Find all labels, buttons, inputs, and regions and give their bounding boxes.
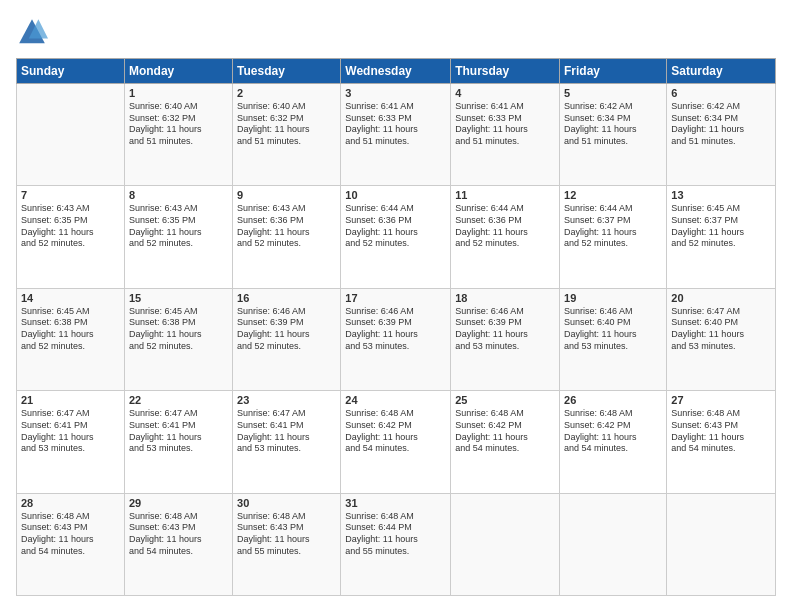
- day-number: 26: [564, 394, 662, 406]
- calendar-cell: 23Sunrise: 6:47 AM Sunset: 6:41 PM Dayli…: [233, 391, 341, 493]
- calendar-cell: 8Sunrise: 6:43 AM Sunset: 6:35 PM Daylig…: [124, 186, 232, 288]
- day-number: 17: [345, 292, 446, 304]
- header-cell-monday: Monday: [124, 59, 232, 84]
- day-info: Sunrise: 6:48 AM Sunset: 6:42 PM Dayligh…: [455, 408, 555, 455]
- day-info: Sunrise: 6:40 AM Sunset: 6:32 PM Dayligh…: [129, 101, 228, 148]
- calendar-cell: 29Sunrise: 6:48 AM Sunset: 6:43 PM Dayli…: [124, 493, 232, 595]
- day-number: 3: [345, 87, 446, 99]
- day-info: Sunrise: 6:48 AM Sunset: 6:44 PM Dayligh…: [345, 511, 446, 558]
- logo-icon: [16, 16, 48, 48]
- day-info: Sunrise: 6:47 AM Sunset: 6:40 PM Dayligh…: [671, 306, 771, 353]
- calendar-cell: 1Sunrise: 6:40 AM Sunset: 6:32 PM Daylig…: [124, 84, 232, 186]
- day-number: 15: [129, 292, 228, 304]
- day-number: 1: [129, 87, 228, 99]
- calendar-cell: 12Sunrise: 6:44 AM Sunset: 6:37 PM Dayli…: [560, 186, 667, 288]
- day-info: Sunrise: 6:40 AM Sunset: 6:32 PM Dayligh…: [237, 101, 336, 148]
- calendar-cell: 22Sunrise: 6:47 AM Sunset: 6:41 PM Dayli…: [124, 391, 232, 493]
- header-cell-saturday: Saturday: [667, 59, 776, 84]
- day-info: Sunrise: 6:43 AM Sunset: 6:35 PM Dayligh…: [21, 203, 120, 250]
- day-info: Sunrise: 6:48 AM Sunset: 6:43 PM Dayligh…: [129, 511, 228, 558]
- calendar-cell: 10Sunrise: 6:44 AM Sunset: 6:36 PM Dayli…: [341, 186, 451, 288]
- calendar-table: SundayMondayTuesdayWednesdayThursdayFrid…: [16, 58, 776, 596]
- day-info: Sunrise: 6:43 AM Sunset: 6:36 PM Dayligh…: [237, 203, 336, 250]
- day-info: Sunrise: 6:47 AM Sunset: 6:41 PM Dayligh…: [237, 408, 336, 455]
- day-number: 27: [671, 394, 771, 406]
- day-number: 4: [455, 87, 555, 99]
- calendar-cell: 21Sunrise: 6:47 AM Sunset: 6:41 PM Dayli…: [17, 391, 125, 493]
- day-number: 10: [345, 189, 446, 201]
- calendar-cell: 4Sunrise: 6:41 AM Sunset: 6:33 PM Daylig…: [451, 84, 560, 186]
- calendar-cell: [451, 493, 560, 595]
- day-number: 12: [564, 189, 662, 201]
- day-number: 13: [671, 189, 771, 201]
- calendar-cell: 2Sunrise: 6:40 AM Sunset: 6:32 PM Daylig…: [233, 84, 341, 186]
- calendar-cell: 19Sunrise: 6:46 AM Sunset: 6:40 PM Dayli…: [560, 288, 667, 390]
- day-info: Sunrise: 6:41 AM Sunset: 6:33 PM Dayligh…: [455, 101, 555, 148]
- day-number: 21: [21, 394, 120, 406]
- calendar-cell: 24Sunrise: 6:48 AM Sunset: 6:42 PM Dayli…: [341, 391, 451, 493]
- header-cell-tuesday: Tuesday: [233, 59, 341, 84]
- day-info: Sunrise: 6:48 AM Sunset: 6:42 PM Dayligh…: [345, 408, 446, 455]
- week-row-4: 28Sunrise: 6:48 AM Sunset: 6:43 PM Dayli…: [17, 493, 776, 595]
- day-info: Sunrise: 6:42 AM Sunset: 6:34 PM Dayligh…: [564, 101, 662, 148]
- day-info: Sunrise: 6:47 AM Sunset: 6:41 PM Dayligh…: [21, 408, 120, 455]
- day-number: 5: [564, 87, 662, 99]
- day-number: 18: [455, 292, 555, 304]
- calendar-cell: 5Sunrise: 6:42 AM Sunset: 6:34 PM Daylig…: [560, 84, 667, 186]
- day-info: Sunrise: 6:44 AM Sunset: 6:36 PM Dayligh…: [345, 203, 446, 250]
- day-number: 24: [345, 394, 446, 406]
- week-row-3: 21Sunrise: 6:47 AM Sunset: 6:41 PM Dayli…: [17, 391, 776, 493]
- day-number: 7: [21, 189, 120, 201]
- day-info: Sunrise: 6:47 AM Sunset: 6:41 PM Dayligh…: [129, 408, 228, 455]
- logo: [16, 16, 52, 48]
- calendar-cell: 20Sunrise: 6:47 AM Sunset: 6:40 PM Dayli…: [667, 288, 776, 390]
- calendar-cell: 30Sunrise: 6:48 AM Sunset: 6:43 PM Dayli…: [233, 493, 341, 595]
- calendar-cell: 31Sunrise: 6:48 AM Sunset: 6:44 PM Dayli…: [341, 493, 451, 595]
- day-number: 31: [345, 497, 446, 509]
- calendar-cell: 16Sunrise: 6:46 AM Sunset: 6:39 PM Dayli…: [233, 288, 341, 390]
- day-number: 28: [21, 497, 120, 509]
- day-info: Sunrise: 6:46 AM Sunset: 6:39 PM Dayligh…: [455, 306, 555, 353]
- day-number: 29: [129, 497, 228, 509]
- day-info: Sunrise: 6:44 AM Sunset: 6:37 PM Dayligh…: [564, 203, 662, 250]
- header-cell-wednesday: Wednesday: [341, 59, 451, 84]
- header-cell-friday: Friday: [560, 59, 667, 84]
- day-number: 14: [21, 292, 120, 304]
- day-number: 2: [237, 87, 336, 99]
- day-number: 25: [455, 394, 555, 406]
- header-cell-thursday: Thursday: [451, 59, 560, 84]
- day-number: 11: [455, 189, 555, 201]
- week-row-0: 1Sunrise: 6:40 AM Sunset: 6:32 PM Daylig…: [17, 84, 776, 186]
- day-number: 8: [129, 189, 228, 201]
- day-info: Sunrise: 6:45 AM Sunset: 6:38 PM Dayligh…: [129, 306, 228, 353]
- calendar-cell: 15Sunrise: 6:45 AM Sunset: 6:38 PM Dayli…: [124, 288, 232, 390]
- day-number: 6: [671, 87, 771, 99]
- calendar-cell: [17, 84, 125, 186]
- day-info: Sunrise: 6:48 AM Sunset: 6:43 PM Dayligh…: [21, 511, 120, 558]
- calendar-cell: 17Sunrise: 6:46 AM Sunset: 6:39 PM Dayli…: [341, 288, 451, 390]
- calendar-cell: 18Sunrise: 6:46 AM Sunset: 6:39 PM Dayli…: [451, 288, 560, 390]
- header-cell-sunday: Sunday: [17, 59, 125, 84]
- day-info: Sunrise: 6:46 AM Sunset: 6:40 PM Dayligh…: [564, 306, 662, 353]
- calendar-cell: 26Sunrise: 6:48 AM Sunset: 6:42 PM Dayli…: [560, 391, 667, 493]
- calendar-cell: 11Sunrise: 6:44 AM Sunset: 6:36 PM Dayli…: [451, 186, 560, 288]
- day-info: Sunrise: 6:44 AM Sunset: 6:36 PM Dayligh…: [455, 203, 555, 250]
- day-number: 23: [237, 394, 336, 406]
- day-info: Sunrise: 6:48 AM Sunset: 6:42 PM Dayligh…: [564, 408, 662, 455]
- day-info: Sunrise: 6:45 AM Sunset: 6:37 PM Dayligh…: [671, 203, 771, 250]
- header-row: SundayMondayTuesdayWednesdayThursdayFrid…: [17, 59, 776, 84]
- day-number: 22: [129, 394, 228, 406]
- day-info: Sunrise: 6:48 AM Sunset: 6:43 PM Dayligh…: [237, 511, 336, 558]
- week-row-2: 14Sunrise: 6:45 AM Sunset: 6:38 PM Dayli…: [17, 288, 776, 390]
- calendar-cell: 9Sunrise: 6:43 AM Sunset: 6:36 PM Daylig…: [233, 186, 341, 288]
- calendar-cell: [560, 493, 667, 595]
- calendar-cell: 14Sunrise: 6:45 AM Sunset: 6:38 PM Dayli…: [17, 288, 125, 390]
- week-row-1: 7Sunrise: 6:43 AM Sunset: 6:35 PM Daylig…: [17, 186, 776, 288]
- calendar-cell: 25Sunrise: 6:48 AM Sunset: 6:42 PM Dayli…: [451, 391, 560, 493]
- day-number: 16: [237, 292, 336, 304]
- calendar-cell: 28Sunrise: 6:48 AM Sunset: 6:43 PM Dayli…: [17, 493, 125, 595]
- day-number: 20: [671, 292, 771, 304]
- calendar-cell: 27Sunrise: 6:48 AM Sunset: 6:43 PM Dayli…: [667, 391, 776, 493]
- day-info: Sunrise: 6:46 AM Sunset: 6:39 PM Dayligh…: [237, 306, 336, 353]
- calendar-cell: 3Sunrise: 6:41 AM Sunset: 6:33 PM Daylig…: [341, 84, 451, 186]
